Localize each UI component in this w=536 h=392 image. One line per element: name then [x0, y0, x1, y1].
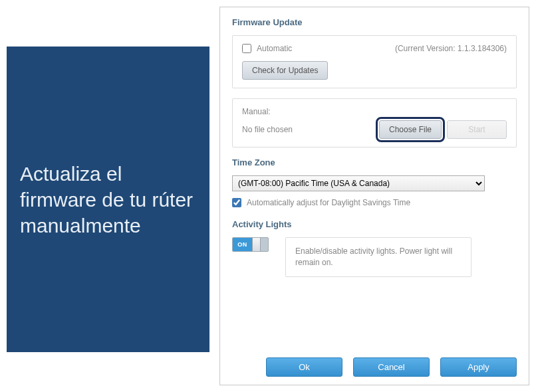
- activity-description: Enable/disable activity lights. Power li…: [285, 237, 471, 277]
- dst-label: Automatically adjust for Daylight Saving…: [247, 198, 410, 207]
- bottom-button-row: Ok Cancel Apply: [232, 357, 517, 377]
- apply-button[interactable]: Apply: [440, 357, 517, 377]
- activity-section: Activity Lights ON Enable/disable activi…: [232, 219, 517, 277]
- instruction-panel: Actualiza el firmware de tu rúter manual…: [7, 47, 209, 385]
- cancel-button[interactable]: Cancel: [353, 357, 430, 377]
- automatic-label: Automatic: [257, 44, 292, 53]
- activity-toggle[interactable]: ON: [232, 237, 269, 252]
- dst-checkbox[interactable]: [232, 198, 241, 207]
- timezone-select[interactable]: (GMT-08:00) Pacific Time (USA & Canada): [232, 175, 485, 191]
- current-version-text: (Current Version: 1.1.3.184306): [395, 44, 507, 53]
- manual-label: Manual:: [242, 107, 507, 116]
- ok-button[interactable]: Ok: [266, 357, 342, 377]
- timezone-section: Time Zone (GMT-08:00) Pacific Time (USA …: [232, 157, 517, 207]
- toggle-on-label: ON: [233, 238, 252, 251]
- firmware-manual-box: Manual: No file chosen Choose File Start: [232, 98, 517, 147]
- settings-panel: Firmware Update Automatic (Current Versi…: [219, 7, 529, 385]
- firmware-section: Firmware Update Automatic (Current Versi…: [232, 17, 517, 157]
- instruction-text: Actualiza el firmware de tu rúter manual…: [7, 47, 209, 352]
- activity-section-title: Activity Lights: [232, 219, 517, 229]
- timezone-section-title: Time Zone: [232, 157, 517, 167]
- choose-file-button[interactable]: Choose File: [379, 120, 442, 139]
- firmware-auto-box: Automatic (Current Version: 1.1.3.184306…: [232, 35, 517, 88]
- no-file-text: No file chosen: [242, 125, 293, 134]
- toggle-knob: [252, 238, 261, 251]
- check-updates-button[interactable]: Check for Updates: [242, 61, 328, 80]
- firmware-section-title: Firmware Update: [232, 17, 517, 27]
- automatic-checkbox[interactable]: [242, 44, 251, 53]
- start-button[interactable]: Start: [447, 120, 507, 139]
